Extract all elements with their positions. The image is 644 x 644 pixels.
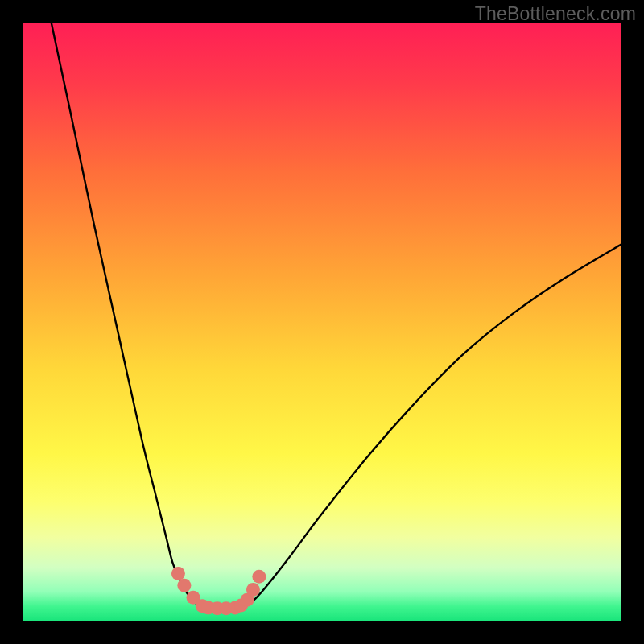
chart-svg (23, 23, 621, 621)
watermark-text: TheBottleneck.com (475, 3, 636, 25)
highlight-dot (246, 583, 260, 597)
plot-area (23, 23, 621, 621)
gradient-background (23, 23, 621, 621)
chart-frame: TheBottleneck.com (0, 0, 644, 644)
highlight-dot (171, 567, 185, 580)
highlight-dot (252, 570, 266, 584)
highlight-dot (177, 579, 191, 592)
